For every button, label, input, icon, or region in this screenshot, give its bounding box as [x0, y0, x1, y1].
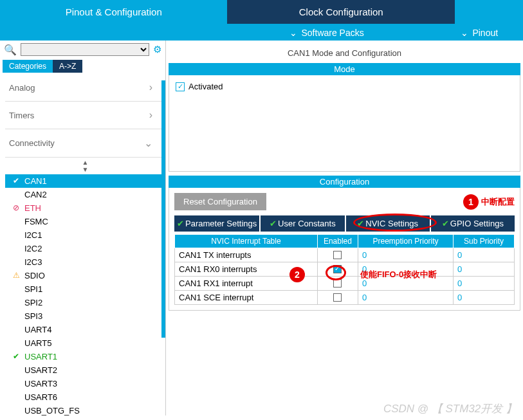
annotation-1: 1 中断配置 [463, 194, 515, 210]
table-row[interactable]: CAN1 TX interrupts 0 0 [175, 248, 515, 262]
item-usart6[interactable]: USART6 [5, 390, 165, 404]
group-analog[interactable]: Analog› [5, 74, 165, 102]
table-row[interactable]: CAN1 RX0 interrupts 0 0 [175, 262, 515, 277]
activated-label: Activated [188, 82, 223, 91]
activated-checkbox[interactable]: ✓ Activated [176, 82, 513, 91]
item-usart2[interactable]: USART2 [5, 363, 165, 377]
check-icon: ✔ [13, 352, 19, 361]
col-preemption: Preemption Priority [358, 235, 454, 248]
checkbox[interactable] [333, 279, 342, 288]
reset-configuration-button[interactable]: Reset Configuration [174, 193, 266, 210]
sub-bar-spacer [0, 28, 218, 38]
nvic-table: NVIC Interrupt Table Enabled Preemption … [174, 234, 515, 305]
check-icon: ✔ [357, 219, 364, 228]
checkbox[interactable] [333, 293, 342, 302]
check-icon: ✔ [177, 219, 184, 228]
tab-pinout-config[interactable]: Pinout & Configuration [0, 0, 227, 24]
warning-icon: ⚠ [13, 271, 20, 280]
item-can2[interactable]: CAN2 [5, 188, 165, 201]
col-nvic-name: NVIC Interrupt Table [175, 235, 318, 248]
category-tree: Analog› Timers› Connectivity⌄ ▲▼ ✔CAN1 C… [0, 74, 165, 415]
item-can1[interactable]: ✔CAN1 [5, 174, 165, 188]
tab-clock-config[interactable]: Clock Configuration [227, 0, 454, 24]
group-timers[interactable]: Timers› [5, 102, 165, 129]
tab-parameter-settings[interactable]: ✔Parameter Settings [174, 215, 259, 232]
tab-gpio-settings[interactable]: ✔GPIO Settings [431, 215, 515, 232]
disabled-icon: ⊘ [13, 203, 19, 212]
item-i2c3[interactable]: I2C3 [5, 255, 165, 269]
gear-icon[interactable]: ⚙ [153, 44, 161, 55]
mode-panel: ✓ Activated [169, 75, 520, 172]
annotation-1-text: 中断配置 [481, 196, 515, 208]
item-usart1[interactable]: ✔USART1 [5, 350, 165, 363]
check-icon: ✔ [13, 176, 19, 185]
tab-blank [455, 0, 523, 24]
item-sdio[interactable]: ⚠SDIO [5, 269, 165, 282]
tab-categories[interactable]: Categories [3, 60, 53, 73]
item-spi3[interactable]: SPI3 [5, 309, 165, 323]
mode-header: Mode [169, 63, 520, 75]
item-spi1[interactable]: SPI1 [5, 282, 165, 296]
item-usb-otg-fs[interactable]: USB_OTG_FS [5, 404, 165, 415]
chevron-down-icon: ⌄ [144, 137, 152, 149]
item-eth[interactable]: ⊘ETH [5, 201, 165, 215]
item-i2c2[interactable]: I2C2 [5, 242, 165, 255]
menu-software-packs[interactable]: Software Packs [218, 28, 436, 38]
col-enabled: Enabled [317, 235, 358, 248]
table-row[interactable]: CAN1 SCE interrupt 0 0 [175, 291, 515, 305]
configuration-panel: Reset Configuration 1 中断配置 ✔Parameter Se… [169, 188, 520, 311]
left-pane: 🔍 ⚙ Categories A->Z Analog› Timers› Conn… [0, 41, 166, 415]
chevron-right-icon: › [149, 109, 152, 121]
chevron-right-icon: › [149, 82, 152, 93]
item-spi2[interactable]: SPI2 [5, 296, 165, 309]
group-connectivity-label: Connectivity [9, 138, 55, 148]
configuration-header: Configuration [169, 176, 520, 188]
watermark: CSDN @ 【 STM32开发 】 [383, 401, 517, 416]
col-sub-priority: Sub Priority [453, 235, 514, 248]
search-icon[interactable]: 🔍 [4, 44, 17, 56]
tab-nvic-settings[interactable]: ✔NVIC Settings [346, 215, 430, 232]
checkbox-checked[interactable] [333, 265, 342, 273]
group-analog-label: Analog [9, 83, 35, 93]
check-icon: ✔ [442, 219, 449, 228]
item-fsmc[interactable]: FSMC [5, 215, 165, 228]
group-connectivity[interactable]: Connectivity⌄ [5, 129, 165, 158]
annotation-1-badge: 1 [463, 194, 479, 210]
item-i2c1[interactable]: I2C1 [5, 228, 165, 242]
item-uart5[interactable]: UART5 [5, 336, 165, 350]
item-usart3[interactable]: USART3 [5, 377, 165, 390]
search-select[interactable] [21, 43, 149, 56]
right-pane: CAN1 Mode and Configuration Mode ✓ Activ… [166, 41, 523, 415]
tab-user-constants[interactable]: ✔User Constants [261, 215, 344, 232]
menu-pinout[interactable]: Pinout [436, 28, 524, 38]
updown-icon[interactable]: ▲▼ [5, 158, 165, 174]
page-title: CAN1 Mode and Configuration [169, 43, 520, 63]
checkbox-icon: ✓ [176, 82, 185, 91]
group-timers-label: Timers [9, 111, 34, 120]
checkbox[interactable] [333, 251, 342, 259]
check-icon: ✔ [270, 219, 277, 228]
tab-a-z[interactable]: A->Z [53, 60, 82, 73]
item-uart4[interactable]: UART4 [5, 323, 165, 336]
table-row[interactable]: CAN1 RX1 interrupt 0 0 [175, 277, 515, 291]
